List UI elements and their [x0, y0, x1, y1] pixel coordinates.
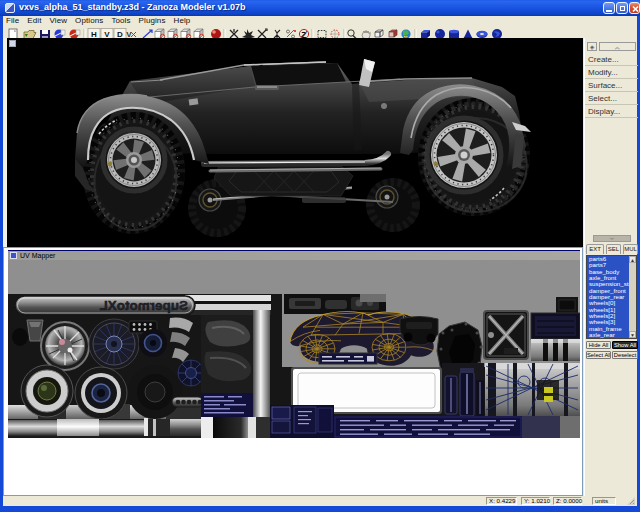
- svg-text:SupermotoXL: SupermotoXL: [99, 298, 188, 313]
